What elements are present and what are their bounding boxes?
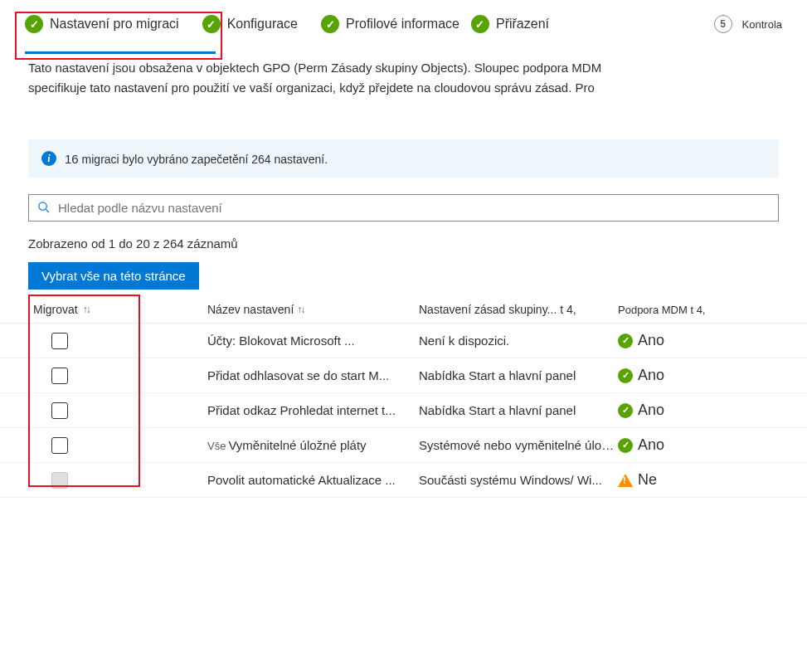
description-text: Tato nastavení jsou obsažena v objektech… xyxy=(0,41,807,98)
description-line-2: specifikuje tato nastavení pro použití v… xyxy=(28,80,595,95)
mdm-support-cell: ✓Ano xyxy=(618,367,779,384)
gpo-cell: Není k dispozici. xyxy=(419,334,618,348)
setting-name-cell: Účty: Blokovat Microsoft ... xyxy=(207,334,419,348)
mdm-support-cell: Ne xyxy=(618,471,779,489)
success-icon: ✓ xyxy=(618,438,633,453)
settings-table: Migrovat ↑↓ Název nastavení ↑↓ Nastavení… xyxy=(0,295,807,498)
info-banner: i 16 migraci bylo vybráno zapečetění 264… xyxy=(28,139,779,178)
setting-name: Přidat odhlasovat se do start M... xyxy=(207,368,389,382)
col-header-migrate[interactable]: Migrovat ↑↓ xyxy=(33,303,207,316)
setting-name: Vyměnitelné úložné pláty xyxy=(228,438,366,452)
migrate-checkbox[interactable] xyxy=(51,402,68,419)
table-header-row: Migrovat ↑↓ Název nastavení ↑↓ Nastavení… xyxy=(0,295,807,324)
step-settings-to-migrate[interactable]: ✓ Nastavení pro migraci xyxy=(25,15,179,33)
step-assignment[interactable]: ✓ Přiřazení xyxy=(471,15,549,33)
setting-name-cell: Povolit automatické Aktualizace ... xyxy=(207,473,419,487)
setting-name: Povolit automatické Aktualizace ... xyxy=(207,473,396,487)
step-number-icon: 5 xyxy=(714,15,732,33)
mdm-value: Ano xyxy=(638,367,664,384)
check-icon: ✓ xyxy=(321,15,339,33)
records-summary: Zobrazeno od 1 do 20 z 264 záznamů xyxy=(0,222,807,262)
mdm-support-cell: ✓Ano xyxy=(618,402,779,419)
sort-icon: ↑↓ xyxy=(83,304,90,315)
step-label: Kontrola xyxy=(742,18,782,31)
description-line-1: Tato nastavení jsou obsažena v objektech… xyxy=(28,61,601,75)
search-input[interactable] xyxy=(56,200,770,216)
sort-icon: ↑↓ xyxy=(297,304,304,315)
mdm-support-cell: ✓Ano xyxy=(618,332,779,349)
table-row: Přidat odhlasovat se do start M...Nabídk… xyxy=(0,358,807,393)
mdm-value: Ano xyxy=(638,402,664,419)
svg-line-1 xyxy=(46,209,49,212)
table-row: VšeVyměnitelné úložné plátySystémové neb… xyxy=(0,428,807,463)
search-box[interactable] xyxy=(28,194,779,222)
select-all-on-page-button[interactable]: Vybrat vše na této stránce xyxy=(28,262,199,290)
info-icon: i xyxy=(41,151,56,166)
check-icon: ✓ xyxy=(25,15,43,33)
active-step-underline xyxy=(25,51,216,54)
step-label: Nastavení pro migraci xyxy=(50,17,179,32)
setting-prefix: Vše xyxy=(207,440,226,452)
success-icon: ✓ xyxy=(618,403,633,418)
step-configuration[interactable]: ✓ Konfigurace xyxy=(202,15,298,33)
check-icon: ✓ xyxy=(202,15,221,33)
setting-name-cell: Přidat odhlasovat se do start M... xyxy=(207,368,419,382)
setting-name: Přidat odkaz Prohledat internet t... xyxy=(207,403,396,417)
success-icon: ✓ xyxy=(618,334,633,348)
migrate-checkbox[interactable] xyxy=(51,368,68,384)
check-icon: ✓ xyxy=(471,15,489,33)
svg-point-0 xyxy=(39,202,46,209)
migrate-checkbox[interactable] xyxy=(51,437,68,454)
step-review[interactable]: 5 Kontrola xyxy=(714,15,782,33)
table-row: Účty: Blokovat Microsoft ...Není k dispo… xyxy=(0,324,807,358)
mdm-support-cell: ✓Ano xyxy=(618,436,779,454)
table-row: Povolit automatické Aktualizace ...Součá… xyxy=(0,463,807,498)
setting-name-cell: VšeVyměnitelné úložné pláty xyxy=(207,438,419,452)
mdm-value: Ano xyxy=(638,332,664,349)
migrate-checkbox xyxy=(51,472,68,489)
gpo-cell: Nabídka Start a hlavní panel xyxy=(419,403,618,417)
col-header-gpo[interactable]: Nastavení zásad skupiny... t 4, xyxy=(419,303,618,316)
wizard-stepper: ✓ Nastavení pro migraci ✓ Konfigurace ✓ … xyxy=(0,0,807,41)
col-header-name[interactable]: Název nastavení ↑↓ xyxy=(207,303,419,316)
search-icon xyxy=(37,201,50,216)
step-profile-info[interactable]: ✓ Profilové informace xyxy=(321,15,459,33)
gpo-cell: Součásti systému Windows/ Wi... xyxy=(419,473,618,487)
gpo-cell: Systémové nebo vyměnitelné úložiště xyxy=(419,438,618,452)
warning-icon xyxy=(618,474,633,487)
setting-name-cell: Přidat odkaz Prohledat internet t... xyxy=(207,403,419,417)
step-label: Konfigurace xyxy=(227,17,298,32)
mdm-value: Ne xyxy=(638,471,657,489)
step-label: Přiřazení xyxy=(496,17,549,32)
table-row: Přidat odkaz Prohledat internet t...Nabí… xyxy=(0,393,807,428)
migrate-checkbox[interactable] xyxy=(51,333,68,349)
success-icon: ✓ xyxy=(618,368,633,383)
mdm-value: Ano xyxy=(638,436,664,454)
col-header-mdm[interactable]: Podpora MDM t 4, xyxy=(618,303,779,316)
step-label: Profilové informace xyxy=(346,17,459,32)
setting-name: Účty: Blokovat Microsoft ... xyxy=(207,334,355,348)
gpo-cell: Nabídka Start a hlavní panel xyxy=(419,368,618,382)
banner-text: 16 migraci bylo vybráno zapečetění 264 n… xyxy=(65,152,328,166)
